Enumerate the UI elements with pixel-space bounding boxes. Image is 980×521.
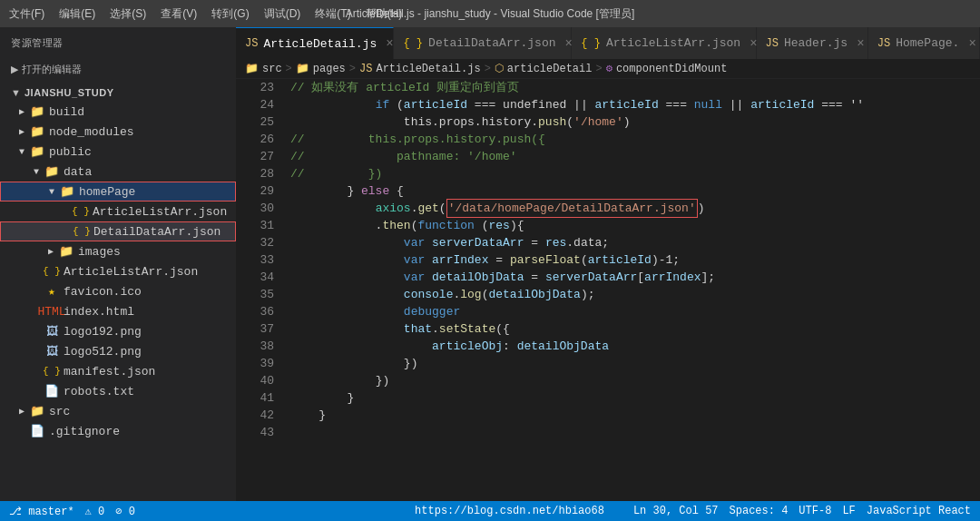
tree-item-logo192.png[interactable]: 🖼logo192.png — [0, 321, 236, 341]
code-token — [290, 234, 404, 251]
code-token — [290, 338, 432, 355]
status-errors[interactable]: ⚠ 0 — [85, 505, 105, 518]
menu-file[interactable]: 文件(F) — [9, 6, 44, 22]
tab-close-HomePage.js[interactable]: × — [968, 36, 975, 51]
code-token: detailObjData — [432, 269, 524, 286]
code-content[interactable]: // 如果没有 articleId 则重定向到首页 if (articleId … — [281, 79, 980, 501]
code-token: [ — [637, 269, 644, 286]
tree-item-manifest.json[interactable]: { }manifest.json — [0, 361, 236, 381]
code-token — [290, 355, 404, 372]
code-token: debugger — [404, 303, 460, 320]
code-token: that — [404, 320, 432, 338]
code-token: // this.props.history.push({ — [290, 131, 545, 148]
menu-debug[interactable]: 调试(D) — [264, 6, 301, 22]
code-line-35: console.log(detailObjData); — [290, 286, 971, 303]
tab-DetailDataArr.json[interactable]: { }DetailDataArr.json× — [394, 27, 572, 59]
sidebar-header: 资源管理器 — [0, 27, 236, 55]
code-token: )-1; — [652, 251, 680, 269]
code-line-28: // }) — [290, 165, 971, 182]
status-bar: ⎇ master* ⚠ 0 ⊘ 0 https://blog.csdn.net/… — [0, 501, 980, 521]
tree-item-node_modules[interactable]: ▶📁node_modules — [0, 122, 236, 142]
tree-label-images: images — [78, 245, 121, 259]
code-token: log — [460, 286, 481, 303]
menu-goto[interactable]: 转到(G) — [211, 6, 249, 22]
breadcrumb-method[interactable]: componentDidMount — [616, 63, 727, 75]
tree-item-favicon.ico[interactable]: ★favicon.ico — [0, 281, 236, 301]
tab-close-Header.js[interactable]: × — [857, 36, 864, 51]
open-editors-label[interactable]: ▶ 打开的编辑器 — [0, 55, 236, 80]
menu-edit[interactable]: 编辑(E) — [59, 6, 95, 22]
tab-ArticleDetail.js[interactable]: JSArticleDetail.js× — [236, 27, 394, 59]
breadcrumb-component[interactable]: articleDetail — [507, 63, 593, 75]
tree-icon-DetailDataArr.json: { } — [74, 226, 90, 237]
status-encoding[interactable]: UTF-8 — [799, 505, 831, 517]
tab-Header.js[interactable]: JSHeader.js× — [757, 27, 868, 59]
sep3: > — [485, 63, 491, 75]
tree-item-src[interactable]: ▶📁src — [0, 401, 236, 421]
editor-container: JSArticleDetail.js×{ }DetailDataArr.json… — [236, 27, 980, 501]
code-line-42: } — [290, 407, 971, 424]
breadcrumb-src-label[interactable]: src — [262, 63, 282, 75]
code-token: { — [389, 182, 404, 200]
status-left: ⎇ master* ⚠ 0 ⊘ 0 — [9, 505, 135, 518]
line-number-40: 40 — [243, 372, 274, 389]
tree-item-DetailDataArr.json[interactable]: { }DetailDataArr.json — [0, 221, 236, 241]
tab-close-DetailDataArr.json[interactable]: × — [565, 36, 573, 51]
code-token — [425, 234, 432, 251]
code-token: then — [382, 217, 410, 234]
tab-icon-Header.js: JS — [766, 37, 779, 50]
status-branch[interactable]: ⎇ master* — [9, 505, 74, 518]
tree-icon-homePage: 📁 — [59, 184, 75, 199]
code-line-25: this.props.history.push('/home') — [290, 113, 971, 131]
tree-item-logo512.png[interactable]: 🖼logo512.png — [0, 341, 236, 361]
tab-close-ArticleDetail.js[interactable]: × — [386, 36, 393, 51]
tree-item-robots.txt[interactable]: 📄robots.txt — [0, 381, 236, 401]
breadcrumb-pages[interactable]: pages — [313, 63, 346, 75]
tree-item-index.html[interactable]: HTMLindex.html — [0, 301, 236, 321]
sidebar: 资源管理器 ▶ 打开的编辑器 ▼ JIANSHU_STUDY ▶📁build▶📁… — [0, 27, 236, 501]
menu-bar[interactable]: 文件(F) 编辑(E) 选择(S) 查看(V) 转到(G) 调试(D) 终端(T… — [9, 6, 402, 22]
tree-icon-images: 📁 — [58, 244, 74, 259]
tree-icon-data: 📁 — [44, 164, 60, 179]
tree-icon-public: 📁 — [29, 144, 45, 159]
code-token: res — [488, 217, 509, 234]
tree-item-build[interactable]: ▶📁build — [0, 102, 236, 122]
tree-item-homePage[interactable]: ▼📁homePage — [0, 182, 236, 202]
tree-item-public[interactable]: ▼📁public — [0, 142, 236, 162]
line-number-27: 27 — [243, 148, 274, 165]
code-token: detailObjData — [517, 338, 609, 355]
status-position[interactable]: Ln 30, Col 57 — [633, 505, 719, 517]
code-token: ( — [566, 113, 573, 131]
tab-HomePage.js[interactable]: JSHomePage.× — [868, 27, 980, 59]
code-token: . — [453, 286, 460, 303]
code-token — [425, 251, 432, 269]
menu-select[interactable]: 选择(S) — [110, 6, 146, 22]
breadcrumb-file[interactable]: ArticleDetail.js — [376, 63, 480, 75]
tree-item-.gitignore[interactable]: 📄.gitignore — [0, 421, 236, 441]
code-token: serverDataArr — [432, 234, 524, 251]
tree-icon-build: 📁 — [29, 104, 45, 119]
code-area: 2324252627282930313233343536373839404142… — [236, 79, 980, 501]
status-warnings[interactable]: ⊘ 0 — [115, 505, 135, 518]
tree-item-ArticleListArr.json[interactable]: { }ArticleListArr.json — [0, 202, 236, 221]
code-line-26: // this.props.history.push({ — [290, 131, 971, 148]
status-eol[interactable]: LF — [842, 505, 855, 517]
status-lang[interactable]: JavaScript React — [867, 505, 971, 517]
tree-item-ArticleListArr.json2[interactable]: { }ArticleListArr.json — [0, 261, 236, 281]
code-line-27: // pathname: '/home' — [290, 148, 971, 165]
tab-close-ArticleListArr.json[interactable]: × — [750, 36, 757, 51]
line-number-24: 24 — [243, 96, 274, 113]
code-token — [290, 113, 404, 131]
open-editors-arrow: ▶ — [11, 64, 18, 75]
code-token: } — [318, 407, 326, 424]
code-line-38: articleObj: detailObjData — [290, 338, 971, 355]
tree-item-data[interactable]: ▼📁data — [0, 162, 236, 182]
project-name-label[interactable]: ▼ JIANSHU_STUDY — [0, 80, 236, 102]
menu-view[interactable]: 查看(V) — [161, 6, 197, 22]
tree-icon-.gitignore: 📄 — [29, 424, 45, 438]
tab-ArticleListArr.json[interactable]: { }ArticleListArr.json× — [572, 27, 756, 59]
code-token: '/data/homePage/DetailDataArr.json' — [446, 199, 698, 218]
code-token: // }) — [290, 165, 382, 182]
status-spaces[interactable]: Spaces: 4 — [730, 505, 789, 517]
tree-item-images[interactable]: ▶📁images — [0, 241, 236, 261]
